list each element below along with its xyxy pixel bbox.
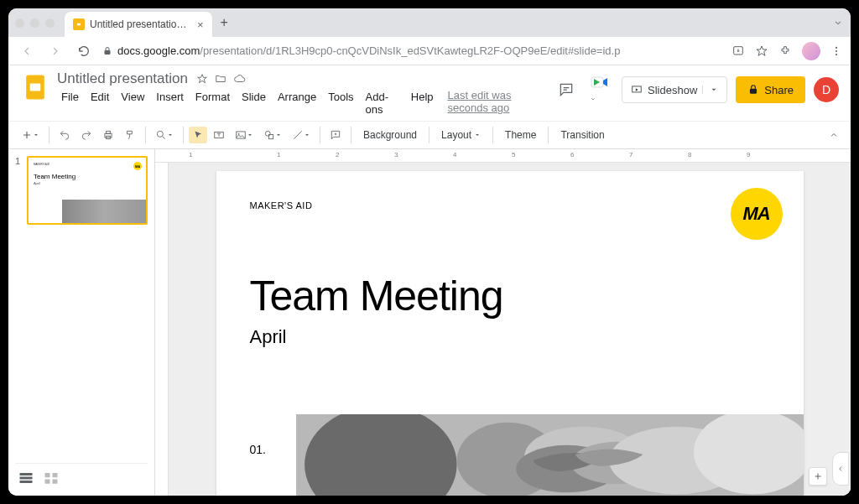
slides-logo-icon[interactable] [20,72,50,102]
tab-title: Untitled presentation - Google [90,18,190,30]
slide[interactable]: MAKER'S AID MA Team Meeting April 01. [216,171,804,496]
toolbar: Background Layout Theme Transition [8,121,851,149]
app-header: Untitled presentation File Edit View Ins… [8,65,851,117]
bookmark-icon[interactable] [755,44,768,58]
svg-rect-26 [45,480,50,484]
user-avatar[interactable]: D [814,77,839,102]
header-actions: Slideshow Share D [554,70,839,109]
svg-point-5 [836,49,837,51]
meet-icon[interactable] [586,70,613,109]
thumb-logo-icon: MA [133,162,142,170]
svg-rect-24 [45,473,50,477]
image-tool[interactable] [231,126,258,144]
transition-button[interactable]: Transition [554,126,611,144]
svg-rect-21 [20,473,33,475]
last-edit-link[interactable]: Last edit was seconds ago [448,89,554,117]
svg-rect-8 [30,84,41,91]
menu-format[interactable]: Format [191,89,234,117]
menu-addons[interactable]: Add-ons [362,89,403,117]
speaker-notes-button[interactable] [809,467,827,486]
document-title[interactable]: Untitled presentation [57,70,188,87]
svg-point-29 [305,414,456,496]
address-bar[interactable]: docs.google.com/presentation/d/1RL3H9cp0… [102,44,723,57]
extensions-icon[interactable] [778,44,792,58]
menu-help[interactable]: Help [407,89,438,117]
move-icon[interactable] [215,73,226,85]
browser-menu-icon[interactable] [830,45,842,57]
menu-view[interactable]: View [117,89,148,117]
svg-point-19 [265,131,270,136]
thumbnail-number: 1 [15,156,23,225]
share-button[interactable]: Share [736,76,805,103]
menu-tools[interactable]: Tools [324,89,357,117]
browser-toolbar: docs.google.com/presentation/d/1RL3H9cp0… [8,37,851,65]
forward-button[interactable] [45,41,65,61]
slides-favicon-icon [73,18,85,30]
slide-page-number[interactable]: 01. [250,443,266,456]
tab-overflow-icon[interactable] [832,17,844,29]
slide-thumbnail[interactable]: MAKER'S AID MA Team Meeting April [27,156,148,225]
install-app-icon[interactable] [731,44,745,58]
layout-button[interactable]: Layout [435,126,487,144]
slide-brand-text[interactable]: MAKER'S AID [250,200,313,210]
slide-panel: 1 MAKER'S AID MA Team Meeting April [8,149,155,496]
comment-tool[interactable] [325,126,346,144]
cloud-status-icon[interactable] [233,73,247,85]
redo-button[interactable] [76,126,96,144]
title-area: Untitled presentation File Edit View Ins… [57,70,554,117]
profile-avatar[interactable] [802,42,820,60]
print-button[interactable] [98,126,118,144]
close-window-icon[interactable] [15,18,24,28]
back-button[interactable] [17,41,37,61]
browser-window: Untitled presentation - Google × + docs.… [8,8,851,496]
background-button[interactable]: Background [357,126,424,144]
main-area: 1 MAKER'S AID MA Team Meeting April [8,149,851,496]
slideshow-dropdown-icon[interactable] [702,86,718,94]
undo-button[interactable] [55,126,75,144]
canvas-area: 1 1 2 3 4 5 6 7 8 9 MAKER'S AID MA Team … [155,149,851,496]
browser-tab[interactable]: Untitled presentation - Google × [65,12,212,37]
slide-title[interactable]: Team Meeting [250,272,503,320]
minimize-window-icon[interactable] [30,18,39,28]
shape-tool[interactable] [259,126,286,144]
star-icon[interactable] [196,73,208,85]
textbox-tool[interactable] [209,126,229,144]
paint-format-button[interactable] [120,126,140,144]
svg-rect-11 [750,89,757,94]
line-tool[interactable] [288,126,315,144]
select-tool[interactable] [189,127,207,143]
canvas-content[interactable]: MAKER'S AID MA Team Meeting April 01. [169,163,851,496]
panel-footer [15,463,148,489]
window-controls[interactable] [15,18,55,28]
menu-insert[interactable]: Insert [152,89,188,117]
slideshow-label: Slideshow [648,84,697,96]
new-tab-button[interactable]: + [221,15,228,30]
theme-button[interactable]: Theme [498,126,543,144]
slide-subtitle[interactable]: April [250,326,287,348]
filmstrip-view-icon[interactable] [18,470,34,482]
menu-bar: File Edit View Insert Format Slide Arran… [57,89,554,117]
thumb-image [62,200,146,223]
svg-rect-1 [77,23,81,26]
slide-logo-icon[interactable]: MA [731,188,783,240]
comments-icon[interactable] [554,78,578,101]
slide-image[interactable] [296,414,804,496]
zoom-button[interactable] [151,126,178,144]
slideshow-button[interactable]: Slideshow [622,76,727,103]
collapse-toolbar-icon[interactable] [825,127,842,143]
new-slide-button[interactable] [17,126,44,144]
close-tab-icon[interactable]: × [197,18,204,31]
menu-slide[interactable]: Slide [237,89,270,117]
menu-file[interactable]: File [57,89,83,117]
svg-rect-27 [53,480,58,484]
vertical-ruler[interactable] [155,163,169,496]
maximize-window-icon[interactable] [45,18,55,28]
menu-arrange[interactable]: Arrange [273,89,320,117]
grid-view-icon[interactable] [44,470,59,482]
svg-rect-25 [53,473,58,477]
horizontal-ruler[interactable]: 1 1 2 3 4 5 6 7 8 9 [155,149,851,163]
browser-tab-strip: Untitled presentation - Google × + [8,8,851,37]
explore-button[interactable] [832,452,849,486]
reload-button[interactable] [74,41,94,61]
menu-edit[interactable]: Edit [86,89,113,117]
